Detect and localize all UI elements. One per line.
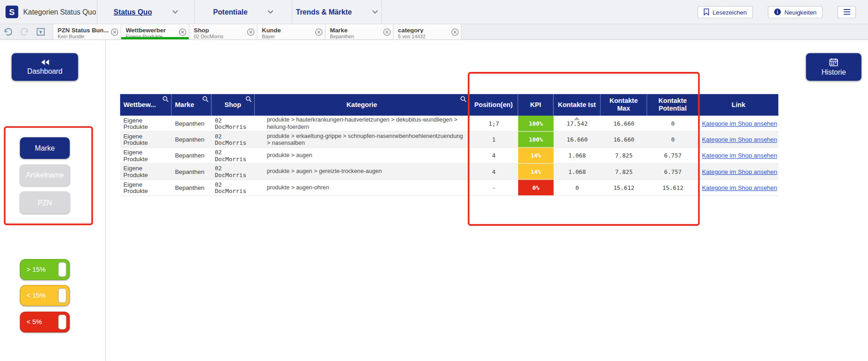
filter-chip-shop[interactable]: Shop 02 DocMorris xyxy=(189,24,258,39)
shop-link[interactable]: Kategorie im Shop ansehen xyxy=(702,120,777,127)
bookmark-label: Lesezeichen xyxy=(713,9,747,15)
cell-link: Kategorie im Shop ansehen xyxy=(699,164,778,179)
table-row: Eigene Produkte Bepanthen 02 DocMorris p… xyxy=(120,116,778,132)
cell-marke[interactable]: Bepanthen xyxy=(172,164,212,179)
col-header-kontakte-ist[interactable]: Kontakte Ist xyxy=(554,94,601,116)
chip-close-icon[interactable] xyxy=(383,28,391,36)
filter-chip-kunde[interactable]: Kunde Bayer xyxy=(257,24,326,39)
col-header-wettbewerber[interactable]: Wettbew... xyxy=(120,94,172,116)
kpi-table: Wettbew... Marke Shop Kategorie xyxy=(120,94,778,196)
bookmark-button[interactable]: Lesezeichen xyxy=(698,6,753,18)
chevron-down-icon xyxy=(372,10,378,14)
filter-chip-wettbewerber[interactable]: Wettbewerber Eigene Produkte xyxy=(121,24,189,39)
chevron-down-icon xyxy=(172,10,178,14)
legend-label: < 15% xyxy=(26,292,46,300)
dimension-button-marke[interactable]: Marke xyxy=(20,137,70,158)
sidebar-divider xyxy=(105,40,106,361)
chip-field: PZN Status Bun... xyxy=(57,26,109,33)
shop-link[interactable]: Kategorie im Shop ansehen xyxy=(702,152,777,159)
col-header-kontakte-max[interactable]: Kontakte Max xyxy=(601,94,647,116)
chip-close-icon[interactable] xyxy=(451,28,459,36)
selections-forward-button[interactable] xyxy=(20,28,30,36)
search-icon[interactable] xyxy=(162,96,169,102)
legend-label: > 15% xyxy=(26,265,46,273)
cell-marke[interactable]: Bepanthen xyxy=(172,180,212,195)
shop-link[interactable]: Kategorie im Shop ansehen xyxy=(702,136,777,143)
search-icon[interactable] xyxy=(245,96,252,102)
legend-label: < 5% xyxy=(26,318,42,326)
cell-wettbewerber[interactable]: Eigene Produkte xyxy=(120,180,172,195)
filter-chip-marke[interactable]: Marke Bepanthen xyxy=(326,24,394,39)
cell-position: 4 xyxy=(470,148,518,163)
info-icon xyxy=(774,8,781,15)
col-header-label: Marke xyxy=(175,101,194,109)
cell-kategorie[interactable]: produkte > augen > gereizte-trockene-aug… xyxy=(255,164,470,179)
cell-shop[interactable]: 02 DocMorris xyxy=(211,132,255,147)
cell-shop[interactable]: 02 DocMorris xyxy=(211,148,255,163)
table-header-row: Wettbew... Marke Shop Kategorie xyxy=(120,94,778,116)
chip-field: category xyxy=(398,26,450,33)
cell-shop[interactable]: 02 DocMorris xyxy=(211,116,255,131)
nav-tab-trends-maerkte[interactable]: Trends & Märkte xyxy=(292,0,382,24)
cell-wettbewerber[interactable]: Eigene Produkte xyxy=(120,132,172,147)
cell-wettbewerber[interactable]: Eigene Produkte xyxy=(120,116,172,131)
cell-kontakte-potential: 6.757 xyxy=(647,148,699,163)
cell-marke[interactable]: Bepanthen xyxy=(172,132,212,147)
col-header-shop[interactable]: Shop xyxy=(211,94,255,116)
historie-button[interactable]: Historie xyxy=(806,53,862,81)
legend-toggle-below-5[interactable]: < 5% xyxy=(20,311,70,332)
cell-kategorie[interactable]: produkte > hauterkrankungen-hautverletzu… xyxy=(255,116,470,131)
cell-wettbewerber[interactable]: Eigene Produkte xyxy=(120,164,172,179)
search-icon[interactable] xyxy=(460,96,467,102)
nav-tab-potentiale[interactable]: Potentiale xyxy=(194,0,292,24)
news-label: Neuigkeiten xyxy=(784,9,817,15)
top-actions: Lesezeichen Neuigkeiten xyxy=(698,0,868,24)
cell-wettbewerber[interactable]: Eigene Produkte xyxy=(120,148,172,163)
dimension-button-artikelname[interactable]: Artikelname xyxy=(20,164,70,186)
chip-value: Eigene Produkte xyxy=(126,34,178,39)
news-button[interactable]: Neuigkeiten xyxy=(768,6,822,18)
app-title: Kategorien Status Quo xyxy=(23,8,96,16)
cell-kategorie[interactable]: produkte > augen xyxy=(255,148,470,163)
search-icon[interactable] xyxy=(202,96,209,102)
legend-toggle-above-15[interactable]: > 15% xyxy=(20,259,70,280)
shop-link[interactable]: Kategorie im Shop ansehen xyxy=(702,184,777,191)
cell-kontakte-max: 7.825 xyxy=(601,148,647,163)
col-header-kategorie[interactable]: Kategorie xyxy=(255,94,470,116)
chip-close-icon[interactable] xyxy=(315,28,323,36)
cell-link: Kategorie im Shop ansehen xyxy=(699,132,778,147)
table-row: Eigene Produkte Bepanthen 02 DocMorris p… xyxy=(120,164,778,180)
cell-kontakte-potential: 6.757 xyxy=(647,164,699,179)
dimension-label: Artikelname xyxy=(26,171,64,179)
table-row: Eigene Produkte Bepanthen 02 DocMorris p… xyxy=(120,132,778,147)
col-header-marke[interactable]: Marke xyxy=(172,94,212,116)
cell-marke[interactable]: Bepanthen xyxy=(172,148,212,163)
table-row: Eigene Produkte Bepanthen 02 DocMorris p… xyxy=(120,180,778,196)
col-header-link[interactable]: Link xyxy=(699,94,778,116)
dashboard-button[interactable]: Dashboard xyxy=(12,53,78,81)
selections-back-button[interactable] xyxy=(3,28,13,36)
selections-tool-button[interactable] xyxy=(36,28,45,36)
menu-button[interactable] xyxy=(837,6,856,18)
legend-toggle-below-15[interactable]: < 15% xyxy=(20,285,70,306)
filter-chip-pzn-status[interactable]: PZN Status Bun... Kein Bundle xyxy=(53,24,122,39)
app-brand: S Kategorien Status Quo xyxy=(0,0,97,24)
chip-close-icon[interactable] xyxy=(111,28,118,36)
cell-kategorie[interactable]: produkte > erkaeltung-grippe > schnupfen… xyxy=(255,132,470,147)
col-header-label: Kontakte Ist xyxy=(558,101,596,109)
col-header-label: KPI xyxy=(530,101,541,109)
filter-chip-category[interactable]: category 5 von 14432 xyxy=(393,24,462,39)
nav-tab-status-quo[interactable]: Status Quo xyxy=(97,0,194,24)
chip-close-icon[interactable] xyxy=(179,28,187,36)
shop-link[interactable]: Kategorie im Shop ansehen xyxy=(702,168,777,175)
col-header-label: Kontakte Potential xyxy=(649,97,696,113)
cell-shop[interactable]: 02 DocMorris xyxy=(211,164,255,179)
chip-close-icon[interactable] xyxy=(247,28,255,36)
cell-kategorie[interactable]: produkte > augen-ohren xyxy=(255,180,470,195)
col-header-kontakte-potential[interactable]: Kontakte Potential xyxy=(647,94,699,116)
dimension-button-pzn[interactable]: PZN xyxy=(20,192,70,214)
col-header-kpi[interactable]: KPI xyxy=(518,94,554,116)
col-header-position[interactable]: Position(en) xyxy=(470,94,518,116)
cell-shop[interactable]: 02 DocMorris xyxy=(211,180,255,195)
cell-marke[interactable]: Bepanthen xyxy=(172,116,212,131)
